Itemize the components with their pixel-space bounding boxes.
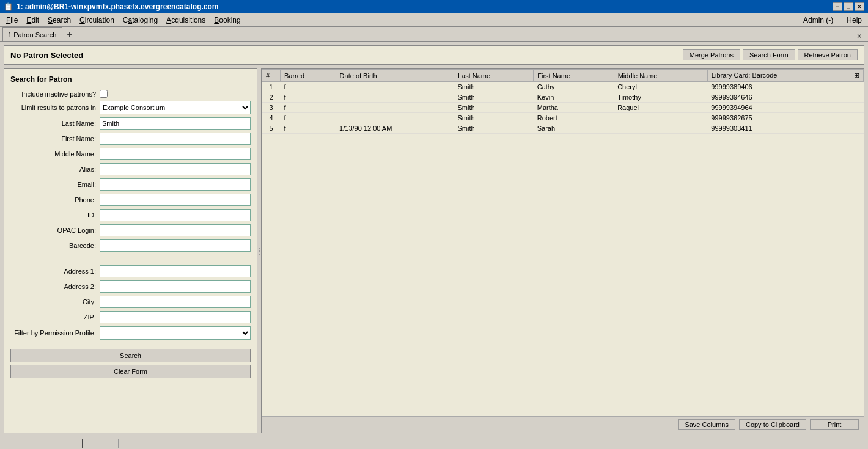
copy-clipboard-button[interactable]: Copy to Clipboard	[739, 419, 806, 430]
cell-library-card: 99999394964	[707, 103, 863, 113]
cell-barred: f	[281, 123, 336, 134]
results-table: # Barred Date of Birth Last Name First N…	[262, 69, 864, 134]
search-form-button[interactable]: Search Form	[743, 49, 795, 60]
address1-row: Address 1:	[10, 265, 251, 277]
address2-row: Address 2:	[10, 280, 251, 293]
cell-num: 2	[262, 92, 281, 103]
barcode-label: Barcode:	[10, 242, 96, 249]
include-inactive-row: Include inactive patrons?	[10, 90, 251, 98]
status-segment-2	[43, 439, 79, 448]
cell-first-name: Cathy	[534, 82, 614, 92]
merge-patrons-button[interactable]: Merge Patrons	[683, 49, 740, 60]
search-button[interactable]: Search	[10, 349, 251, 362]
city-label: City:	[10, 298, 96, 305]
retrieve-patron-button[interactable]: Retrieve Patron	[798, 49, 858, 60]
cell-middle-name	[614, 113, 707, 123]
cell-barred: f	[281, 103, 336, 113]
results-panel: # Barred Date of Birth Last Name First N…	[261, 68, 864, 433]
cell-middle-name: Timothy	[614, 92, 707, 103]
menu-search[interactable]: Search	[44, 15, 75, 26]
menu-circulation[interactable]: Circulation	[76, 15, 118, 26]
filter-select[interactable]	[100, 326, 251, 340]
first-name-row: First Name:	[10, 133, 251, 145]
table-row[interactable]: 4 f Smith Robert 99999362675	[262, 113, 864, 123]
zip-label: ZIP:	[10, 313, 96, 321]
last-name-label: Last Name:	[10, 120, 96, 127]
first-name-input[interactable]	[100, 133, 251, 145]
alias-row: Alias:	[10, 163, 251, 175]
menu-booking[interactable]: Booking	[210, 15, 244, 26]
tab-patron-search[interactable]: 1 Patron Search	[2, 27, 62, 41]
title-bar-icon: 📋	[4, 2, 13, 11]
address2-input[interactable]	[100, 280, 251, 293]
email-input[interactable]	[100, 178, 251, 191]
table-row[interactable]: 3 f Smith Martha Raquel 99999394964	[262, 103, 864, 113]
cell-barred: f	[281, 92, 336, 103]
table-row[interactable]: 2 f Smith Kevin Timothy 99999394646	[262, 92, 864, 103]
results-table-wrapper: # Barred Date of Birth Last Name First N…	[262, 69, 864, 416]
middle-name-input[interactable]	[100, 148, 251, 160]
col-header-num: #	[262, 70, 281, 82]
cell-dob: 1/13/90 12:00 AM	[336, 123, 454, 134]
tab-label: 1 Patron Search	[8, 31, 57, 38]
filter-row: Filter by Permission Profile:	[10, 326, 251, 340]
table-row[interactable]: 1 f Smith Cathy Cheryl 99999389406	[262, 82, 864, 92]
menu-bar: File Edit Search Circulation Cataloging …	[0, 13, 868, 27]
address1-input[interactable]	[100, 265, 251, 277]
minimize-button[interactable]: −	[833, 2, 842, 11]
close-button[interactable]: ×	[855, 2, 864, 11]
tab-close-x[interactable]: ×	[853, 31, 866, 41]
opac-login-label: OPAC Login:	[10, 227, 96, 234]
first-name-label: First Name:	[10, 135, 96, 142]
city-input[interactable]	[100, 296, 251, 308]
cell-library-card: 99999303411	[707, 123, 863, 134]
menu-file[interactable]: File	[2, 15, 21, 26]
title-bar-title: 1: admin@BR1-winxpvmfx.phasefx.evergreen…	[17, 2, 218, 11]
filter-label: Filter by Permission Profile:	[10, 329, 96, 337]
menu-cataloging[interactable]: Cataloging	[119, 15, 161, 26]
maximize-button[interactable]: □	[844, 2, 853, 11]
cell-num: 5	[262, 123, 281, 134]
opac-login-row: OPAC Login:	[10, 224, 251, 236]
limit-results-row: Limit results to patrons in Example Cons…	[10, 101, 251, 114]
tab-add-button[interactable]: +	[62, 27, 77, 41]
cell-first-name: Robert	[534, 113, 614, 123]
cell-num: 4	[262, 113, 281, 123]
alias-input[interactable]	[100, 163, 251, 175]
opac-login-input[interactable]	[100, 224, 251, 236]
menu-acquisitions[interactable]: Acquisitions	[163, 15, 209, 26]
limit-results-label: Limit results to patrons in	[10, 104, 96, 111]
include-inactive-label: Include inactive patrons?	[10, 90, 96, 98]
cell-num: 1	[262, 82, 281, 92]
phone-label: Phone:	[10, 196, 96, 203]
phone-input[interactable]	[100, 194, 251, 206]
tab-bar: 1 Patron Search + ×	[0, 27, 868, 42]
no-patron-label: No Patron Selected	[10, 51, 83, 60]
id-row: ID:	[10, 209, 251, 221]
column-options-icon[interactable]: ⊞	[854, 71, 859, 79]
city-row: City:	[10, 296, 251, 308]
barcode-input[interactable]	[100, 239, 251, 252]
middle-name-row: Middle Name:	[10, 148, 251, 160]
zip-row: ZIP:	[10, 311, 251, 323]
search-form-title: Search for Patron	[10, 75, 251, 84]
last-name-row: Last Name:	[10, 117, 251, 130]
menu-help[interactable]: Help	[843, 15, 866, 26]
menu-edit[interactable]: Edit	[23, 15, 43, 26]
cell-library-card: 99999394646	[707, 92, 863, 103]
zip-input[interactable]	[100, 311, 251, 323]
table-row[interactable]: 5 f 1/13/90 12:00 AM Smith Sarah 9999930…	[262, 123, 864, 134]
id-input[interactable]	[100, 209, 251, 221]
id-label: ID:	[10, 211, 96, 219]
last-name-input[interactable]	[100, 117, 251, 130]
menu-admin[interactable]: Admin (-)	[800, 15, 837, 26]
save-columns-button[interactable]: Save Columns	[678, 419, 735, 430]
cell-last-name: Smith	[454, 103, 533, 113]
cell-first-name: Martha	[534, 103, 614, 113]
clear-form-button[interactable]: Clear Form	[10, 365, 251, 378]
limit-results-select[interactable]: Example Consortium	[100, 101, 251, 114]
print-button[interactable]: Print	[810, 419, 859, 430]
cell-barred: f	[281, 113, 336, 123]
cell-barred: f	[281, 82, 336, 92]
include-inactive-checkbox[interactable]	[100, 90, 108, 98]
